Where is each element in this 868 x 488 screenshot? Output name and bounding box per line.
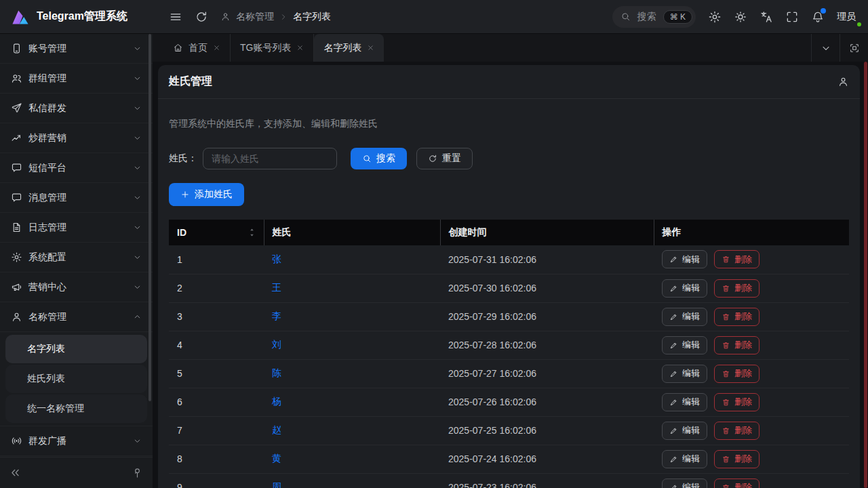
sidebar-item[interactable]: 日志管理	[0, 213, 153, 243]
sidebar-subitem[interactable]: 姓氏列表	[5, 365, 147, 393]
tab-label: TG账号列表	[240, 42, 291, 54]
pencil-icon	[669, 341, 678, 350]
translate-icon[interactable]	[760, 10, 773, 24]
sidebar-item[interactable]: 炒群营销	[0, 123, 153, 153]
breadcrumb-current[interactable]: 名字列表	[293, 11, 331, 23]
content-scrollbar[interactable]	[864, 62, 867, 488]
theme-icon[interactable]	[734, 10, 747, 24]
menu-icon[interactable]	[169, 10, 182, 24]
cell-surname-link[interactable]: 张	[264, 245, 440, 274]
cell-surname-link[interactable]: 陈	[264, 359, 440, 388]
tab[interactable]: 首页	[163, 34, 231, 62]
cell-surname-link[interactable]: 黄	[264, 445, 440, 473]
sidebar-item-name-management[interactable]: 名称管理	[0, 302, 153, 332]
pencil-icon	[669, 255, 678, 264]
user-menu[interactable]: 理员	[837, 11, 860, 23]
settings-icon[interactable]	[708, 10, 722, 24]
close-icon[interactable]	[213, 44, 220, 52]
sidebar-item-icon	[11, 222, 22, 233]
sidebar-scrollbar[interactable]	[149, 34, 151, 401]
sort-icon[interactable]	[248, 228, 256, 237]
delete-button[interactable]: 删除	[714, 365, 760, 383]
delete-button[interactable]: 删除	[714, 250, 760, 268]
delete-button[interactable]: 删除	[714, 336, 760, 354]
delete-button[interactable]: 删除	[714, 450, 760, 468]
brand: Telegram管理系统	[0, 6, 153, 28]
edit-button[interactable]: 编辑	[662, 336, 707, 354]
edit-button[interactable]: 编辑	[662, 308, 707, 326]
delete-button[interactable]: 删除	[714, 279, 760, 298]
reset-button[interactable]: 重置	[416, 148, 473, 169]
fullscreen-icon[interactable]	[785, 10, 799, 24]
sidebar-item-broadcast[interactable]: 群发广播	[0, 426, 153, 456]
breadcrumb: 名称管理 名字列表	[220, 11, 331, 23]
notifications-button[interactable]	[811, 10, 825, 24]
sidebar-item[interactable]: 私信群发	[0, 94, 153, 123]
cell-id: 4	[169, 331, 264, 359]
refresh-icon[interactable]	[195, 10, 208, 24]
add-surname-button[interactable]: 添加姓氏	[169, 183, 244, 206]
tab[interactable]: TG账号列表	[231, 34, 314, 62]
cell-surname-link[interactable]: 杨	[264, 388, 440, 416]
sidebar-item-label: 群发广播	[28, 435, 66, 447]
sidebar-item[interactable]: 账号管理	[0, 34, 153, 64]
sidebar-item-icon	[11, 132, 22, 144]
content-fullscreen-button[interactable]	[840, 34, 868, 62]
search-label: 搜索	[637, 11, 656, 23]
edit-button[interactable]: 编辑	[662, 450, 707, 468]
cell-created: 2025-07-26 16:02:06	[440, 388, 654, 416]
sidebar-item[interactable]: 系统配置	[0, 243, 153, 272]
sidebar-item-label: 名称管理	[28, 311, 66, 323]
close-icon[interactable]	[367, 44, 374, 52]
column-id[interactable]: ID	[169, 220, 264, 245]
delete-button[interactable]: 删除	[714, 479, 760, 488]
cell-surname-link[interactable]: 王	[264, 274, 440, 302]
search-icon	[362, 154, 372, 163]
breadcrumb-parent[interactable]: 名称管理	[236, 11, 274, 23]
sidebar-subitem-label: 统一名称管理	[27, 403, 84, 415]
edit-button[interactable]: 编辑	[662, 250, 707, 268]
global-search[interactable]: 搜索 ⌘ K	[612, 6, 696, 28]
edit-button[interactable]: 编辑	[662, 393, 707, 411]
cell-surname-link[interactable]: 赵	[264, 416, 440, 445]
cell-created: 2025-07-28 16:02:06	[440, 331, 654, 359]
edit-button[interactable]: 编辑	[662, 365, 707, 383]
sidebar-item-label: 系统配置	[28, 251, 66, 264]
sidebar-subitem[interactable]: 统一名称管理	[5, 394, 147, 423]
sidebar-subitem[interactable]: 名字列表	[5, 335, 147, 363]
user-icon	[220, 12, 231, 22]
close-icon[interactable]	[296, 44, 304, 52]
sidebar-subitem-label: 姓氏列表	[27, 373, 65, 385]
sidebar-item[interactable]: 消息管理	[0, 183, 153, 213]
surname-input[interactable]	[203, 148, 337, 169]
cell-created: 2025-07-29 16:02:06	[440, 302, 654, 331]
tab-list-dropdown-button[interactable]	[811, 34, 840, 62]
collapse-sidebar-icon[interactable]	[9, 467, 21, 479]
cell-id: 1	[169, 245, 264, 274]
edit-button[interactable]: 编辑	[662, 422, 707, 440]
sidebar-item-label: 账号管理	[28, 43, 66, 55]
trash-icon	[722, 426, 730, 435]
pin-icon[interactable]	[132, 467, 143, 479]
search-button[interactable]: 搜索	[351, 148, 407, 169]
sidebar-item[interactable]: 短信平台	[0, 153, 153, 183]
search-shortcut: ⌘ K	[663, 10, 692, 24]
sidebar-item-icon	[11, 73, 22, 84]
edit-button[interactable]: 编辑	[662, 279, 707, 298]
cell-id: 7	[169, 416, 264, 445]
delete-button[interactable]: 删除	[714, 308, 760, 326]
chevron-right-icon	[279, 13, 288, 21]
chevron-down-icon	[133, 253, 142, 262]
user-icon[interactable]	[837, 76, 849, 87]
cell-surname-link[interactable]: 周	[264, 473, 440, 488]
cell-created: 2025-07-24 16:02:06	[440, 445, 654, 473]
cell-surname-link[interactable]: 刘	[264, 331, 440, 359]
edit-button[interactable]: 编辑	[662, 479, 707, 488]
tab[interactable]: 名字列表	[314, 34, 384, 62]
sidebar-item[interactable]: 群组管理	[0, 64, 153, 94]
delete-button[interactable]: 删除	[714, 393, 760, 411]
sidebar-item[interactable]: 营销中心	[0, 272, 153, 302]
tab-bar: 首页 TG账号列表 名字列表	[153, 34, 868, 62]
cell-surname-link[interactable]: 李	[264, 302, 440, 331]
delete-button[interactable]: 删除	[714, 422, 760, 440]
